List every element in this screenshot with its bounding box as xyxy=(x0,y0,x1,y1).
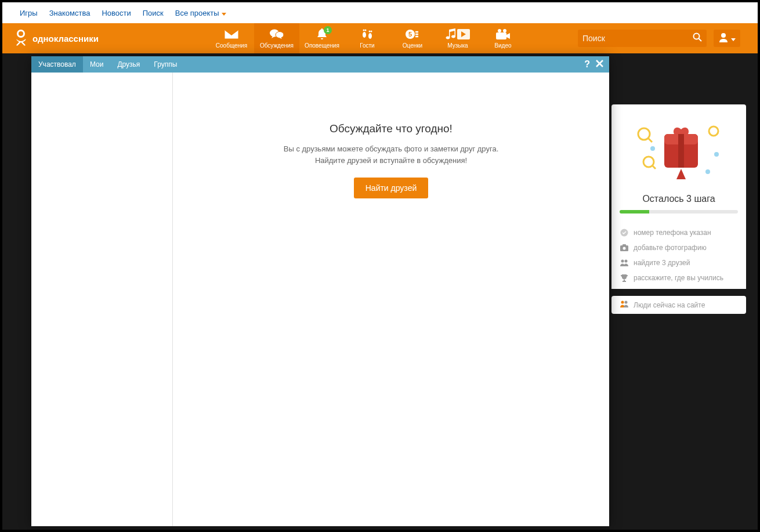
modal-content: Обсуждайте что угодно! Вы с друзьями мож… xyxy=(173,73,609,526)
top-links-bar: Игры Знакомства Новости Поиск Все проект… xyxy=(2,2,758,23)
user-menu[interactable] xyxy=(714,30,740,47)
tab-friends[interactable]: Друзья xyxy=(110,56,147,73)
svg-text:5: 5 xyxy=(408,31,412,38)
camera-icon xyxy=(620,243,629,252)
nav-label: Видео xyxy=(494,42,511,49)
trophy-icon xyxy=(620,273,629,283)
step-label: найдите 3 друзей xyxy=(634,259,690,267)
top-link-all-projects[interactable]: Все проекты xyxy=(175,9,226,17)
svg-point-7 xyxy=(368,31,370,32)
nav-label: Оценки xyxy=(403,42,422,49)
user-avatar-icon xyxy=(718,32,729,45)
top-link-news[interactable]: Новости xyxy=(102,9,131,17)
main-nav-bar: одноклассники Сообщения Обсуждения 1 xyxy=(2,23,758,53)
nav-guests[interactable]: Гости xyxy=(345,23,390,53)
nav-label: Обсуждения xyxy=(260,42,294,49)
step-phone[interactable]: номер телефона указан xyxy=(611,225,746,240)
svg-point-22 xyxy=(714,152,719,157)
help-button[interactable]: ? xyxy=(584,59,590,70)
logo-icon xyxy=(14,29,28,48)
svg-point-14 xyxy=(694,34,700,39)
step-photo[interactable]: добавьте фотографию xyxy=(611,240,746,255)
rating-icon: 5 xyxy=(406,28,419,41)
gift-illustration xyxy=(611,114,746,189)
right-panel: Осталось 3 шага номер телефона указан до… xyxy=(611,104,746,314)
nav-label: Гости xyxy=(360,42,374,49)
svg-point-15 xyxy=(721,33,726,38)
notification-badge: 1 xyxy=(324,26,332,34)
modal-body: Обсуждайте что угодно! Вы с друзьями мож… xyxy=(31,73,609,526)
nav-video[interactable]: Видео xyxy=(480,23,526,53)
top-link-games[interactable]: Игры xyxy=(20,9,38,17)
top-link-search[interactable]: Поиск xyxy=(143,9,164,17)
svg-point-31 xyxy=(621,260,624,263)
footprints-icon xyxy=(361,28,373,41)
music-icon xyxy=(446,28,470,41)
bell-icon: 1 xyxy=(317,28,327,41)
close-button[interactable] xyxy=(596,59,603,70)
svg-point-6 xyxy=(368,33,372,39)
svg-line-17 xyxy=(648,138,652,142)
search-icon[interactable] xyxy=(693,32,702,44)
svg-point-2 xyxy=(276,32,284,38)
logo-text: одноклассники xyxy=(32,34,99,44)
svg-point-30 xyxy=(623,247,626,250)
nav-label: Сообщения xyxy=(216,42,247,49)
svg-point-4 xyxy=(363,30,364,31)
find-friends-button[interactable]: Найти друзей xyxy=(354,178,429,198)
nav-messages[interactable]: Сообщения xyxy=(209,23,254,53)
progress-bar xyxy=(620,210,738,213)
people-online-icon xyxy=(620,301,629,309)
svg-point-21 xyxy=(650,146,655,151)
svg-point-5 xyxy=(364,30,366,31)
steps-list: номер телефона указан добавьте фотографи… xyxy=(611,222,746,289)
svg-point-18 xyxy=(709,126,718,136)
check-circle-icon xyxy=(620,228,629,237)
svg-point-32 xyxy=(625,260,628,263)
tab-participated[interactable]: Участвовал xyxy=(31,56,83,73)
nav-label: Музыка xyxy=(447,42,468,49)
video-icon xyxy=(496,28,510,41)
search-input[interactable] xyxy=(582,34,693,43)
modal-tabs: Участвовал Мои Друзья Группы ? xyxy=(31,56,609,73)
svg-rect-13 xyxy=(496,32,506,39)
nav-discussions[interactable]: Обсуждения xyxy=(254,23,299,53)
step-friends[interactable]: найдите 3 друзей xyxy=(611,255,746,270)
nav-items: Сообщения Обсуждения 1 Оповещения Гос xyxy=(209,23,526,53)
step-label: расскажите, где вы учились xyxy=(634,274,723,282)
tab-groups[interactable]: Группы xyxy=(147,56,184,73)
svg-rect-33 xyxy=(623,281,626,282)
play-icon xyxy=(457,29,470,39)
step-education[interactable]: расскажите, где вы учились xyxy=(611,270,746,285)
step-label: добавьте фотографию xyxy=(634,244,707,252)
envelope-icon xyxy=(225,28,238,41)
svg-rect-26 xyxy=(678,134,684,168)
svg-point-34 xyxy=(621,301,624,304)
svg-point-23 xyxy=(705,169,710,174)
modal-title: Обсуждайте что угодно! xyxy=(330,122,453,135)
modal-sidebar xyxy=(31,73,173,526)
progress-fill xyxy=(620,210,649,213)
svg-line-20 xyxy=(652,165,656,169)
tab-mine[interactable]: Мои xyxy=(83,56,111,73)
onboarding-card: Осталось 3 шага xyxy=(611,104,746,222)
top-link-dating[interactable]: Знакомства xyxy=(49,9,91,17)
online-users-link[interactable]: Люди сейчас на сайте xyxy=(611,296,746,314)
svg-point-8 xyxy=(370,31,372,32)
search-box[interactable] xyxy=(578,30,707,47)
steps-title: Осталось 3 шага xyxy=(611,194,746,204)
logo[interactable]: одноклассники xyxy=(14,29,99,48)
nav-label: Оповещения xyxy=(305,42,339,49)
modal-description: Вы с друзьями можете обсуждать фото и за… xyxy=(284,143,499,166)
nav-music[interactable]: Музыка xyxy=(435,23,480,53)
online-users-label: Люди сейчас на сайте xyxy=(634,301,705,309)
people-icon xyxy=(620,258,629,267)
svg-point-0 xyxy=(18,31,24,37)
svg-point-11 xyxy=(498,29,501,32)
body-area: Осталось 3 шага номер телефона указан до… xyxy=(2,53,758,530)
nav-notifications[interactable]: 1 Оповещения xyxy=(299,23,345,53)
svg-rect-29 xyxy=(623,244,626,246)
step-label: номер телефона указан xyxy=(634,229,711,237)
nav-ratings[interactable]: 5 Оценки xyxy=(390,23,435,53)
chat-bubbles-icon xyxy=(269,28,284,41)
